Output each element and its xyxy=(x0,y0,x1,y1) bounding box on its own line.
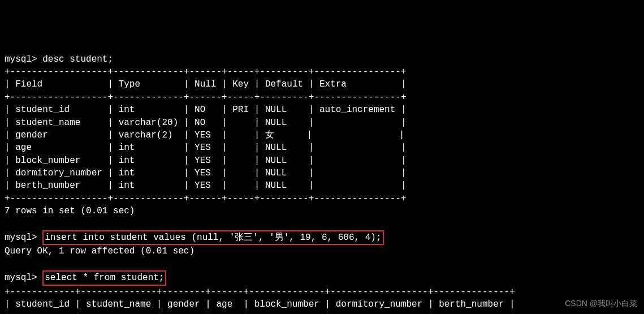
prompt: mysql> xyxy=(5,54,37,64)
insert-result: Query OK, 1 row affected (0.01 sec) xyxy=(5,246,195,256)
desc-border-bot: +------------------+-------------+------… xyxy=(5,193,407,204)
desc-summary: 7 rows in set (0.01 sec) xyxy=(5,206,135,216)
desc-border-mid: +------------------+-------------+------… xyxy=(5,92,407,102)
cmd-insert-highlight[interactable]: insert into student values (null, '张三', … xyxy=(42,230,383,245)
sel-header: | student_id | student_name | gender | a… xyxy=(5,299,515,309)
desc-row: | student_id | int | NO | PRI | NULL | a… xyxy=(5,105,407,115)
cmd-select-highlight[interactable]: select * from student; xyxy=(42,270,166,285)
desc-row: | block_number | int | YES | | NULL | | xyxy=(5,156,407,166)
desc-border-top: +------------------+-------------+------… xyxy=(5,67,407,77)
desc-row: | gender | varchar(2) | YES | | 女 | | xyxy=(5,130,404,140)
prompt: mysql> xyxy=(5,273,37,283)
desc-row: | student_name | varchar(20) | NO | | NU… xyxy=(5,118,407,128)
prompt: mysql> xyxy=(5,233,37,243)
desc-header: | Field | Type | Null | Key | Default | … xyxy=(5,79,407,89)
desc-row: | age | int | YES | | NULL | | xyxy=(5,143,407,153)
sel-border-top: +------------+--------------+--------+--… xyxy=(5,287,515,297)
desc-row: | dormitory_number | int | YES | | NULL … xyxy=(5,168,407,178)
sel-border-mid: +------------+--------------+--------+--… xyxy=(5,312,515,314)
cmd-desc[interactable]: desc student; xyxy=(42,54,113,64)
desc-row: | berth_number | int | YES | | NULL | | xyxy=(5,180,407,191)
watermark: CSDN @我叫小白菜 xyxy=(565,298,637,309)
